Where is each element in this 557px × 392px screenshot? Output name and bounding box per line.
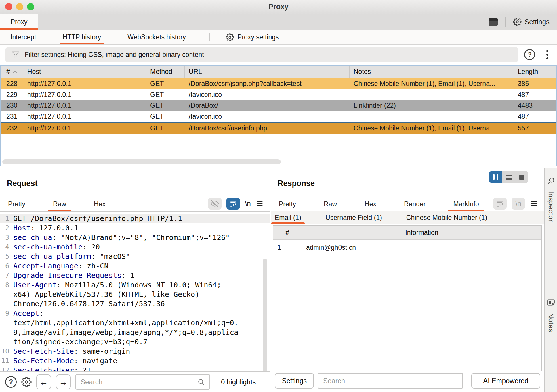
markinfo-row[interactable]: 1 admin@gh0st.cn (273, 240, 541, 255)
subtab-email[interactable]: Email (1) (271, 211, 305, 224)
sidebar-tab-inspector[interactable]: Inspector (545, 168, 557, 290)
code-text: Host: 127.0.0.1 (13, 223, 78, 233)
row-method: GET (146, 91, 185, 99)
code-line: 6Accept-Language: zh-CN (0, 261, 270, 271)
request-vertical-scrollbar[interactable] (263, 259, 267, 372)
code-text: tion/signed-exchange;v=b3;q=0.7 (13, 337, 148, 347)
request-editor[interactable]: 1GET /DoraBox/csrf/userinfo.php HTTP/1.1… (0, 211, 270, 372)
markinfo-column-information[interactable]: Information (302, 229, 541, 237)
column-header-number[interactable]: # (1, 66, 23, 78)
subtab-chinese-mobile-number[interactable]: Chinese Mobile Number (1) (403, 211, 491, 224)
column-header-host[interactable]: Host (23, 66, 146, 78)
column-header-url[interactable]: URL (185, 66, 350, 78)
markinfo-column-number[interactable]: # (273, 229, 302, 237)
column-header-method[interactable]: Method (146, 66, 185, 78)
tab-response-raw[interactable]: Raw (318, 197, 342, 211)
previous-match-button[interactable]: ← (36, 374, 51, 389)
table-row[interactable]: 231 http://127.0.0.1 GET /favicon.ico 48… (1, 111, 556, 122)
word-wrap-button-response[interactable] (493, 198, 507, 210)
table-row[interactable]: 232 http://127.0.0.1 GET /DoraBox/csrf/u… (1, 122, 556, 134)
horizontal-scrollbar[interactable] (2, 159, 281, 164)
history-table-header: # Host Method URL Notes Length (1, 66, 556, 78)
tab-request-hex[interactable]: Hex (89, 197, 111, 211)
sidebar-tab-notes[interactable]: Notes (545, 290, 557, 382)
search-settings-gear-icon[interactable] (21, 377, 32, 387)
request-search-input[interactable] (81, 378, 197, 386)
response-bottom-bar: Settings AI Empowered (271, 373, 544, 389)
newline-toggle-response[interactable]: \n (512, 198, 525, 210)
tab-intercept[interactable]: Intercept (7, 30, 39, 44)
response-panel-title: Response (278, 179, 315, 188)
editor-menu-icon[interactable] (256, 200, 264, 208)
column-header-notes[interactable]: Notes (350, 66, 514, 78)
tab-request-pretty[interactable]: Pretty (3, 197, 30, 211)
line-number: 12 (0, 366, 13, 372)
proxy-settings-label: Proxy settings (237, 33, 279, 41)
history-table-body: 228 http://127.0.0.1 GET /DoraBox/csrf/j… (1, 78, 556, 134)
subtab-username-field[interactable]: Username Field (1) (322, 211, 386, 224)
table-row[interactable]: 230 http://127.0.0.1 GET /DoraBox/ Linkf… (1, 100, 556, 111)
divider (209, 33, 210, 41)
table-row[interactable]: 228 http://127.0.0.1 GET /DoraBox/csrf/j… (1, 78, 556, 89)
line-number: 3 (0, 233, 13, 242)
row-length: 385 (514, 80, 556, 88)
tab-response-hex[interactable]: Hex (359, 197, 381, 211)
help-button[interactable]: ? (5, 376, 17, 388)
response-search-input[interactable] (323, 377, 458, 385)
ai-empowered-button[interactable]: AI Empowered (471, 373, 540, 389)
layout-panels-icon[interactable] (489, 18, 498, 26)
gear-icon (226, 33, 234, 41)
tab-http-history-label: HTTP history (63, 33, 101, 41)
tab-websockets-history[interactable]: WebSockets history (125, 30, 189, 44)
code-text: Chrome/126.0.6478.127 Safari/537.36 (13, 299, 165, 309)
line-number (0, 290, 13, 299)
filter-settings-bar[interactable]: Filter settings: Hiding CSS, image and g… (5, 47, 518, 62)
tab-response-render[interactable]: Render (399, 197, 431, 211)
newline-toggle[interactable]: \n (245, 199, 251, 208)
code-text: 9,image/avif,image/webp,image/apng,*/*;q… (13, 328, 239, 337)
line-number: 11 (0, 356, 13, 366)
layout-segmented-control (489, 171, 528, 183)
split-rows-button[interactable] (502, 171, 515, 183)
single-pane-button[interactable] (515, 171, 528, 183)
tab-http-history[interactable]: HTTP history (60, 30, 104, 44)
tab-proxy[interactable]: Proxy (0, 14, 38, 30)
code-text: sec-ch-ua-platform: "macOS" (13, 252, 130, 261)
help-icon[interactable]: ? (524, 49, 535, 60)
settings-button[interactable]: Settings (513, 18, 550, 26)
minimize-window-button[interactable] (16, 3, 23, 10)
line-number: 6 (0, 261, 13, 271)
filter-row: Filter settings: Hiding CSS, image and g… (0, 45, 557, 65)
request-panel-title: Request (7, 179, 38, 188)
code-line: 9Accept: (0, 309, 270, 318)
main-tab-bar-right: Settings (489, 14, 557, 30)
markinfo-sub-tabs: Email (1) Username Field (1) Chinese Mob… (271, 211, 544, 224)
editor-menu-icon-response[interactable] (530, 200, 538, 208)
code-line: 8User-Agent: Mozilla/5.0 (Windows NT 10.… (0, 280, 270, 290)
row-number: 228 (1, 80, 23, 88)
tab-request-raw[interactable]: Raw (48, 197, 71, 211)
proxy-sub-tab-bar: Intercept HTTP history WebSockets histor… (0, 30, 557, 45)
row-url: /favicon.ico (185, 113, 350, 120)
inspector-label: Inspector (547, 191, 555, 222)
column-header-length[interactable]: Length (514, 66, 556, 78)
close-window-button[interactable] (5, 3, 12, 10)
code-line: 5sec-ch-ua-platform: "macOS" (0, 252, 270, 261)
tab-response-markinfo[interactable]: MarkInfo (448, 197, 484, 211)
proxy-settings-button[interactable]: Proxy settings (226, 30, 279, 44)
code-line: Chrome/126.0.6478.127 Safari/537.36 (0, 299, 270, 309)
markinfo-settings-button[interactable]: Settings (275, 373, 314, 389)
markinfo-row-number: 1 (273, 240, 302, 255)
table-row[interactable]: 229 http://127.0.0.1 GET /favicon.ico 48… (1, 89, 556, 100)
line-number (0, 337, 13, 347)
code-line: 1GET /DoraBox/csrf/userinfo.php HTTP/1.1 (0, 214, 270, 223)
tab-response-pretty[interactable]: Pretty (274, 197, 301, 211)
next-match-button[interactable]: → (56, 374, 71, 389)
hide-nonprintable-button[interactable] (208, 198, 222, 210)
zoom-window-button[interactable] (27, 3, 34, 10)
pause-button[interactable] (489, 171, 502, 183)
line-number: 4 (0, 242, 13, 252)
more-menu-icon[interactable] (546, 49, 549, 60)
word-wrap-button[interactable] (226, 198, 240, 210)
divider (505, 17, 506, 27)
